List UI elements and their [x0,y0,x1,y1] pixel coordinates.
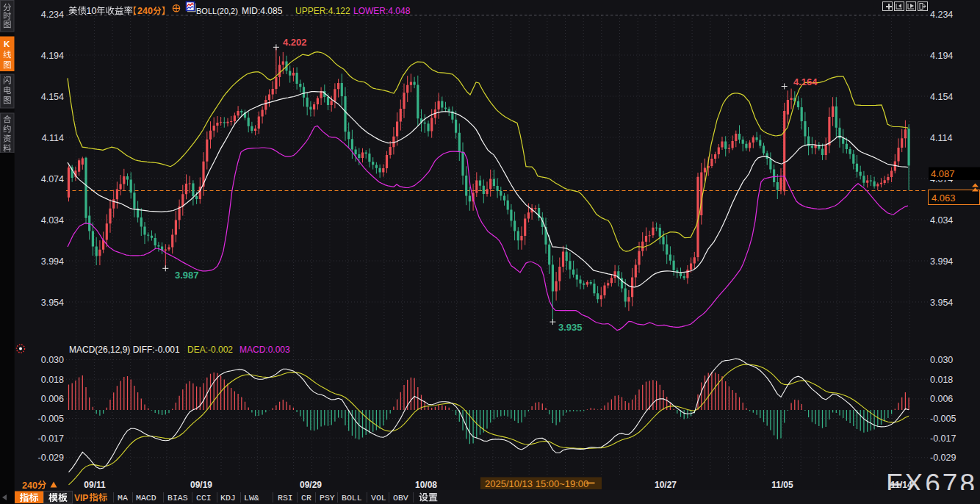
svg-text:4.164: 4.164 [793,76,818,87]
svg-text:4.114: 4.114 [42,133,64,143]
svg-text:LW&: LW& [244,493,259,503]
svg-text:MACD: MACD [136,493,156,503]
svg-text:09/11: 09/11 [84,480,106,490]
svg-text:-0.005: -0.005 [38,414,64,424]
svg-text:3.954: 3.954 [41,298,64,308]
svg-text:DEA:-0.002: DEA:-0.002 [187,345,233,355]
svg-text:BOLL(20,2): BOLL(20,2) [196,7,238,15]
svg-text:09/29: 09/29 [300,480,322,490]
svg-text:0.030: 0.030 [41,355,64,365]
svg-text:3.954: 3.954 [930,298,953,308]
svg-text:-0.017: -0.017 [930,433,956,444]
svg-text:4.194: 4.194 [930,51,953,61]
svg-text:4.234: 4.234 [41,10,64,20]
svg-text:0.006: 0.006 [930,394,953,404]
svg-text:UPPER:4.122: UPPER:4.122 [295,6,350,16]
svg-text:CR: CR [301,493,311,503]
svg-text:11/05: 11/05 [771,480,793,490]
svg-text:10/08: 10/08 [415,480,437,490]
svg-text:K: K [4,40,10,48]
svg-text:4.034: 4.034 [41,215,64,226]
svg-text:PSY: PSY [320,493,335,503]
svg-text:MACD:0.003: MACD:0.003 [239,345,290,355]
svg-text:MA: MA [118,493,128,503]
svg-text:0.018: 0.018 [930,375,953,385]
svg-text:4.114: 4.114 [930,133,952,143]
svg-text:3.935: 3.935 [558,322,583,333]
svg-text:0.006: 0.006 [41,394,64,404]
svg-text:4.087: 4.087 [931,168,955,179]
svg-text:3.994: 3.994 [41,256,64,267]
svg-text:4.234: 4.234 [930,10,953,20]
svg-text:2025/10/13 15:00~19:00: 2025/10/13 15:00~19:00 [485,478,588,489]
svg-text:3.994: 3.994 [930,256,953,267]
svg-text:240: 240 [137,6,153,16]
svg-text:VIP: VIP [74,493,88,503]
svg-text:VOL: VOL [371,493,386,503]
svg-text:09/19: 09/19 [190,480,212,490]
svg-text:-0.029: -0.029 [930,453,956,463]
svg-text:LOWER:4.048: LOWER:4.048 [353,6,411,16]
svg-text:10: 10 [87,6,97,16]
svg-text:4.154: 4.154 [930,92,953,102]
svg-text:RSI: RSI [278,493,293,503]
svg-text:4.074: 4.074 [41,174,64,184]
svg-text:3.987: 3.987 [175,270,199,281]
svg-text:OBV: OBV [393,493,408,503]
svg-text:MACD(26,12,9) DIFF:-0.001: MACD(26,12,9) DIFF:-0.001 [69,345,180,355]
svg-text:BOLL: BOLL [342,493,362,503]
svg-text:KDJ: KDJ [220,493,236,503]
svg-text:BIAS: BIAS [167,493,188,503]
svg-text:-0.017: -0.017 [38,433,64,444]
svg-text:240: 240 [22,480,37,491]
svg-text:4.194: 4.194 [41,51,64,61]
svg-text:CCI: CCI [196,493,212,503]
svg-text:4.202: 4.202 [283,37,307,48]
svg-text:4.154: 4.154 [41,92,64,102]
svg-text:4.063: 4.063 [932,192,956,204]
svg-text:4.034: 4.034 [930,215,953,226]
svg-text:0.018: 0.018 [41,375,64,385]
svg-text:0.030: 0.030 [930,355,953,365]
svg-text:MID:4.085: MID:4.085 [242,6,283,16]
svg-text:-0.005: -0.005 [930,414,956,424]
svg-text:-0.029: -0.029 [38,453,64,463]
svg-text:10/27: 10/27 [655,480,677,490]
